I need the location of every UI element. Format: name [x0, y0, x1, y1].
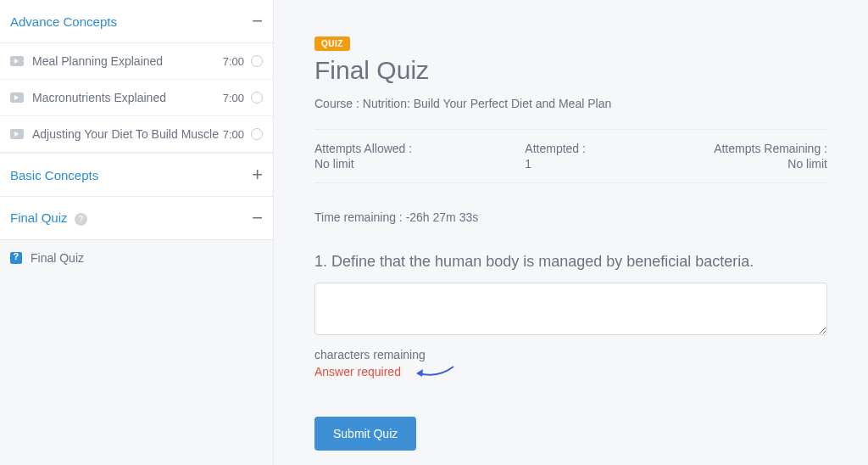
question-text: 1. Define that the human body is managed… [314, 253, 827, 271]
quiz-badge: QUIZ [314, 36, 350, 51]
chars-remaining: characters remaining [314, 348, 827, 361]
minus-icon: − [252, 209, 263, 227]
section-final-quiz[interactable]: Final Quiz ? − [0, 197, 273, 240]
help-icon: ? [75, 213, 87, 226]
course-prefix: Course : [314, 97, 363, 110]
lesson-duration: 7:00 [223, 55, 244, 68]
quiz-icon [10, 252, 22, 264]
quiz-link-final-quiz[interactable]: Final Quiz [0, 240, 273, 276]
question-number: 1 [314, 253, 323, 270]
section-advance-concepts[interactable]: Advance Concepts − [0, 0, 273, 43]
course-line: Course : Nutrition: Build Your Perfect D… [314, 97, 827, 110]
attempts-allowed-value: No limit [314, 157, 465, 171]
video-icon [10, 56, 24, 66]
attempts-remaining: Attempts Remaining : No limit [676, 142, 827, 171]
video-icon [10, 92, 24, 103]
attempts-row: Attempts Allowed : No limit Attempted : … [314, 130, 827, 182]
attempted: Attempted : 1 [465, 142, 676, 171]
lesson-item[interactable]: Meal Planning Explained 7:00 [0, 43, 273, 80]
section-title-text: Final Quiz [10, 210, 68, 225]
attempted-value: 1 [525, 157, 676, 171]
lesson-title: Meal Planning Explained [32, 54, 223, 68]
submit-quiz-button[interactable]: Submit Quiz [314, 417, 416, 451]
answer-required-error: Answer required [314, 365, 401, 378]
attempted-label: Attempted : [525, 142, 676, 155]
time-remaining-label: Time remaining : [314, 210, 406, 224]
main-content: QUIZ Final Quiz Course : Nutrition: Buil… [274, 0, 868, 465]
section-title: Final Quiz ? [10, 210, 87, 226]
section-title: Advance Concepts [10, 14, 117, 29]
section-basic-concepts[interactable]: Basic Concepts + [0, 153, 273, 197]
lesson-title: Adjusting Your Diet To Build Muscle [32, 127, 223, 141]
question-body: Define that the human body is managed by… [331, 253, 754, 270]
answer-textarea[interactable] [314, 283, 827, 335]
attempts-remaining-label: Attempts Remaining : [676, 142, 827, 155]
quiz-link-title: Final Quiz [31, 251, 84, 265]
time-remaining-value: -26h 27m 33s [406, 210, 479, 224]
sidebar: Advance Concepts − Meal Planning Explain… [0, 0, 274, 465]
attempts-allowed: Attempts Allowed : No limit [314, 142, 465, 171]
lesson-status-circle-icon [251, 128, 263, 140]
lesson-item[interactable]: Adjusting Your Diet To Build Muscle 7:00 [0, 116, 273, 153]
page-title: Final Quiz [314, 56, 827, 85]
lesson-status-circle-icon [251, 55, 263, 67]
lesson-duration: 7:00 [223, 128, 244, 141]
arrow-annotation-icon [413, 363, 455, 383]
plus-icon: + [252, 165, 263, 184]
attempts-remaining-value: No limit [676, 157, 827, 171]
time-remaining: Time remaining : -26h 27m 33s [314, 210, 827, 224]
section-title: Basic Concepts [10, 168, 98, 182]
attempts-allowed-label: Attempts Allowed : [314, 142, 465, 155]
lesson-duration: 7:00 [223, 92, 244, 104]
video-icon [10, 129, 24, 139]
course-name: Nutrition: Build Your Perfect Diet and M… [363, 97, 611, 110]
divider [314, 182, 827, 183]
minus-icon: − [252, 12, 263, 31]
lesson-status-circle-icon [251, 92, 263, 104]
lesson-title: Macronutrients Explained [32, 91, 223, 104]
lesson-item[interactable]: Macronutrients Explained 7:00 [0, 80, 273, 116]
